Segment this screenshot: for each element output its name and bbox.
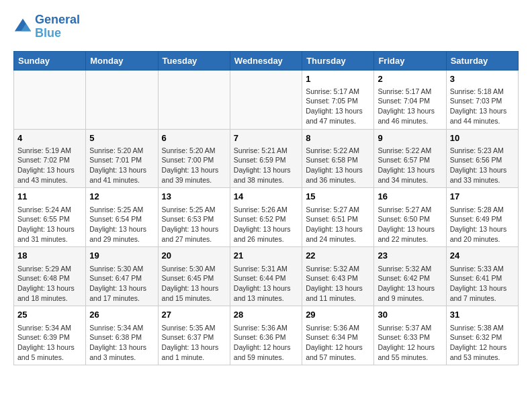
calendar-day-cell: 28Sunrise: 5:36 AM Sunset: 6:36 PM Dayli…	[230, 306, 302, 365]
day-info: Sunrise: 5:33 AM Sunset: 6:41 PM Dayligh…	[450, 264, 515, 304]
calendar-day-cell: 22Sunrise: 5:32 AM Sunset: 6:43 PM Dayli…	[302, 247, 374, 306]
calendar-day-cell	[158, 70, 230, 129]
calendar-day-cell: 15Sunrise: 5:27 AM Sunset: 6:51 PM Dayli…	[302, 188, 374, 247]
calendar-table: SundayMondayTuesdayWednesdayThursdayFrid…	[13, 51, 519, 366]
calendar-week-row: 25Sunrise: 5:34 AM Sunset: 6:39 PM Dayli…	[14, 306, 519, 365]
day-info: Sunrise: 5:25 AM Sunset: 6:53 PM Dayligh…	[162, 205, 226, 244]
calendar-day-cell	[86, 70, 158, 129]
calendar-day-cell	[14, 70, 86, 129]
day-info: Sunrise: 5:22 AM Sunset: 6:58 PM Dayligh…	[306, 146, 370, 185]
day-info: Sunrise: 5:20 AM Sunset: 7:01 PM Dayligh…	[89, 146, 154, 185]
day-number: 28	[234, 309, 298, 321]
calendar-day-cell	[230, 70, 302, 129]
day-info: Sunrise: 5:28 AM Sunset: 6:49 PM Dayligh…	[450, 205, 515, 244]
day-info: Sunrise: 5:17 AM Sunset: 7:05 PM Dayligh…	[306, 87, 370, 126]
calendar-day-cell: 21Sunrise: 5:31 AM Sunset: 6:44 PM Dayli…	[230, 247, 302, 306]
day-info: Sunrise: 5:27 AM Sunset: 6:51 PM Dayligh…	[306, 205, 370, 244]
day-number: 4	[17, 132, 82, 144]
calendar-day-cell: 19Sunrise: 5:30 AM Sunset: 6:47 PM Dayli…	[86, 247, 158, 306]
day-info: Sunrise: 5:36 AM Sunset: 6:34 PM Dayligh…	[306, 323, 370, 363]
calendar-day-cell: 31Sunrise: 5:38 AM Sunset: 6:32 PM Dayli…	[446, 306, 518, 365]
calendar-day-cell: 29Sunrise: 5:36 AM Sunset: 6:34 PM Dayli…	[302, 306, 374, 365]
day-info: Sunrise: 5:25 AM Sunset: 6:54 PM Dayligh…	[89, 205, 154, 244]
day-number: 12	[89, 191, 154, 203]
day-number: 24	[450, 250, 515, 262]
calendar-day-cell: 10Sunrise: 5:23 AM Sunset: 6:56 PM Dayli…	[446, 129, 518, 188]
day-number: 29	[306, 309, 370, 321]
calendar-day-cell: 30Sunrise: 5:37 AM Sunset: 6:33 PM Dayli…	[374, 306, 446, 365]
calendar-day-cell: 4Sunrise: 5:19 AM Sunset: 7:02 PM Daylig…	[14, 129, 86, 188]
calendar-day-cell: 1Sunrise: 5:17 AM Sunset: 7:05 PM Daylig…	[302, 70, 374, 129]
day-number: 19	[89, 250, 154, 262]
day-info: Sunrise: 5:31 AM Sunset: 6:44 PM Dayligh…	[234, 264, 298, 304]
calendar-day-cell: 11Sunrise: 5:24 AM Sunset: 6:55 PM Dayli…	[14, 188, 86, 247]
calendar-day-cell: 16Sunrise: 5:27 AM Sunset: 6:50 PM Dayli…	[374, 188, 446, 247]
day-number: 30	[378, 309, 442, 321]
logo: General Blue	[13, 13, 80, 40]
calendar-day-cell: 23Sunrise: 5:32 AM Sunset: 6:42 PM Dayli…	[374, 247, 446, 306]
calendar-day-cell: 25Sunrise: 5:34 AM Sunset: 6:39 PM Dayli…	[14, 306, 86, 365]
day-number: 6	[162, 132, 226, 144]
day-info: Sunrise: 5:34 AM Sunset: 6:38 PM Dayligh…	[89, 323, 154, 363]
day-number: 17	[450, 191, 515, 203]
calendar-week-row: 11Sunrise: 5:24 AM Sunset: 6:55 PM Dayli…	[14, 188, 519, 247]
calendar-day-cell: 17Sunrise: 5:28 AM Sunset: 6:49 PM Dayli…	[446, 188, 518, 247]
day-number: 1	[306, 73, 370, 85]
day-info: Sunrise: 5:21 AM Sunset: 6:59 PM Dayligh…	[234, 146, 298, 185]
day-info: Sunrise: 5:32 AM Sunset: 6:42 PM Dayligh…	[378, 264, 442, 304]
day-of-week-header: Tuesday	[158, 51, 230, 70]
day-number: 26	[89, 309, 154, 321]
day-of-week-header: Saturday	[446, 51, 518, 70]
calendar-day-cell: 2Sunrise: 5:17 AM Sunset: 7:04 PM Daylig…	[374, 70, 446, 129]
day-info: Sunrise: 5:19 AM Sunset: 7:02 PM Dayligh…	[17, 146, 82, 185]
day-number: 13	[162, 191, 226, 203]
day-of-week-header: Monday	[86, 51, 158, 70]
day-of-week-header: Thursday	[302, 51, 374, 70]
calendar-week-row: 1Sunrise: 5:17 AM Sunset: 7:05 PM Daylig…	[14, 70, 519, 129]
day-info: Sunrise: 5:34 AM Sunset: 6:39 PM Dayligh…	[17, 323, 82, 363]
calendar-day-cell: 6Sunrise: 5:20 AM Sunset: 7:00 PM Daylig…	[158, 129, 230, 188]
day-info: Sunrise: 5:37 AM Sunset: 6:33 PM Dayligh…	[378, 323, 442, 363]
calendar-day-cell: 26Sunrise: 5:34 AM Sunset: 6:38 PM Dayli…	[86, 306, 158, 365]
day-info: Sunrise: 5:29 AM Sunset: 6:48 PM Dayligh…	[17, 264, 82, 304]
day-number: 23	[378, 250, 442, 262]
day-number: 21	[234, 250, 298, 262]
calendar-day-cell: 5Sunrise: 5:20 AM Sunset: 7:01 PM Daylig…	[86, 129, 158, 188]
calendar-day-cell: 12Sunrise: 5:25 AM Sunset: 6:54 PM Dayli…	[86, 188, 158, 247]
calendar-day-cell: 27Sunrise: 5:35 AM Sunset: 6:37 PM Dayli…	[158, 306, 230, 365]
calendar-header: SundayMondayTuesdayWednesdayThursdayFrid…	[14, 51, 519, 70]
day-info: Sunrise: 5:24 AM Sunset: 6:55 PM Dayligh…	[17, 205, 82, 244]
day-number: 25	[17, 309, 82, 321]
calendar-day-cell: 24Sunrise: 5:33 AM Sunset: 6:41 PM Dayli…	[446, 247, 518, 306]
calendar-day-cell: 18Sunrise: 5:29 AM Sunset: 6:48 PM Dayli…	[14, 247, 86, 306]
day-number: 18	[17, 250, 82, 262]
day-number: 11	[17, 191, 82, 203]
day-number: 16	[378, 191, 442, 203]
page-header: General Blue	[13, 13, 519, 40]
day-number: 14	[234, 191, 298, 203]
calendar-day-cell: 7Sunrise: 5:21 AM Sunset: 6:59 PM Daylig…	[230, 129, 302, 188]
day-of-week-header: Sunday	[14, 51, 86, 70]
calendar-week-row: 18Sunrise: 5:29 AM Sunset: 6:48 PM Dayli…	[14, 247, 519, 306]
day-number: 22	[306, 250, 370, 262]
day-number: 15	[306, 191, 370, 203]
logo-icon	[13, 17, 32, 36]
calendar-day-cell: 9Sunrise: 5:22 AM Sunset: 6:57 PM Daylig…	[374, 129, 446, 188]
day-number: 31	[450, 309, 515, 321]
day-number: 9	[378, 132, 442, 144]
day-number: 5	[89, 132, 154, 144]
day-info: Sunrise: 5:27 AM Sunset: 6:50 PM Dayligh…	[378, 205, 442, 244]
calendar-day-cell: 3Sunrise: 5:18 AM Sunset: 7:03 PM Daylig…	[446, 70, 518, 129]
day-info: Sunrise: 5:17 AM Sunset: 7:04 PM Dayligh…	[378, 87, 442, 126]
calendar-day-cell: 8Sunrise: 5:22 AM Sunset: 6:58 PM Daylig…	[302, 129, 374, 188]
logo-text: General Blue	[35, 13, 80, 40]
day-number: 20	[162, 250, 226, 262]
day-number: 27	[162, 309, 226, 321]
calendar-day-cell: 14Sunrise: 5:26 AM Sunset: 6:52 PM Dayli…	[230, 188, 302, 247]
day-info: Sunrise: 5:35 AM Sunset: 6:37 PM Dayligh…	[162, 323, 226, 363]
day-info: Sunrise: 5:30 AM Sunset: 6:47 PM Dayligh…	[89, 264, 154, 304]
day-of-week-header: Friday	[374, 51, 446, 70]
day-info: Sunrise: 5:30 AM Sunset: 6:45 PM Dayligh…	[162, 264, 226, 304]
day-number: 7	[234, 132, 298, 144]
calendar-week-row: 4Sunrise: 5:19 AM Sunset: 7:02 PM Daylig…	[14, 129, 519, 188]
